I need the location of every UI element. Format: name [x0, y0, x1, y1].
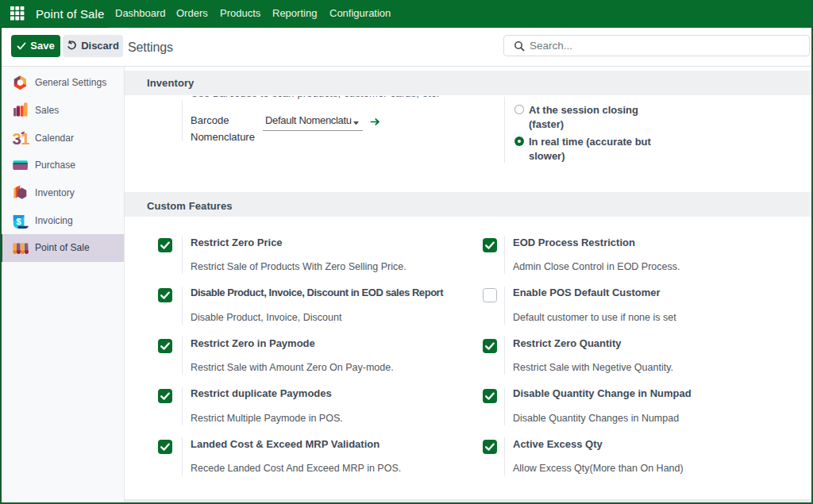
svg-text:1: 1 — [21, 129, 29, 147]
svg-text:$: $ — [16, 217, 21, 226]
